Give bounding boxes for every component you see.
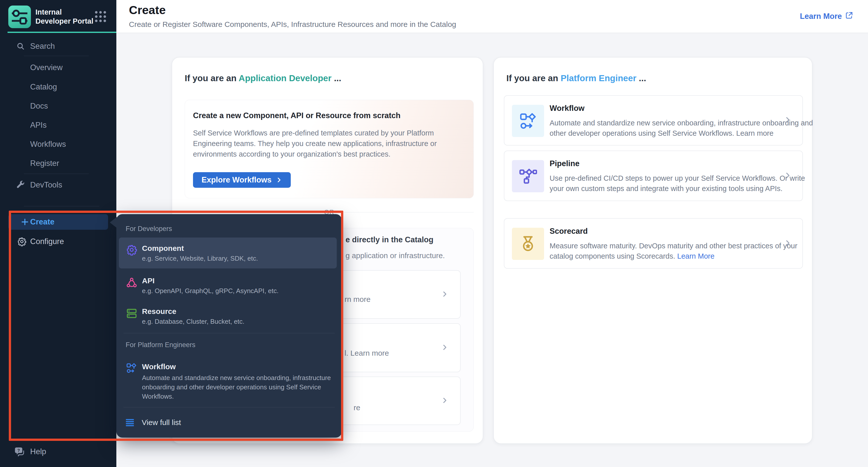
catalog-row-text-fragment: re [353,403,360,412]
scorecard-icon [512,228,544,260]
popup-item-component[interactable]: Component e.g. Service, Website, Library… [119,238,337,269]
help-chat-icon: ? [14,446,26,457]
app-switcher-icon[interactable] [95,11,106,22]
external-link-icon [845,11,854,22]
sidebar-item-apis[interactable]: APIs [0,118,116,132]
app-title: Internal Developer Portal [35,7,98,28]
popup-divider [123,333,335,333]
chevron-right-icon [440,396,449,406]
learn-more-link[interactable]: Learn More [677,252,714,260]
row-description: Measure software maturity. DevOps maturi… [550,241,813,261]
sidebar-item-label: Workflows [30,140,66,149]
sidebar-item-catalog[interactable]: Catalog [0,80,116,94]
popup-item-title: Workflow [142,363,176,371]
app-logo-icon [8,5,31,28]
wrench-icon [16,181,25,189]
row-title: Scorecard [550,227,588,236]
chevron-right-icon [440,290,449,299]
sidebar-item-help[interactable]: ? Help [0,444,116,459]
row-title: Workflow [550,104,585,113]
sidebar-item-devtools[interactable]: DevTools [0,178,116,192]
svg-text:?: ? [17,448,20,453]
catalog-row-text-fragment: l. Learn more [344,349,389,357]
chevron-right-icon [783,115,793,125]
component-gear-icon [126,244,137,257]
popup-workflow-description: Automate and standardize new service onb… [142,373,344,401]
sidebar-item-label: Search [30,42,55,51]
search-icon [16,42,25,51]
explore-workflows-label: Explore Workflows [202,176,272,185]
sidebar-item-label: Help [30,447,46,456]
view-full-list-item[interactable]: View full list [126,414,332,431]
sidebar-item-label: DevTools [30,181,62,189]
row-description-text: Measure software maturity. DevOps maturi… [550,242,797,260]
app-logo-row[interactable]: Internal Developer Portal [8,5,98,28]
page-title: Create [129,3,165,17]
resource-icon [126,308,137,320]
sidebar-item-label: Create [30,217,55,226]
create-popup-menu: For Developers Component e.g. Service, W… [116,214,342,438]
view-full-list-label: View full list [142,418,181,427]
title-role: Platform Engineer [561,73,636,83]
page-header: Create Create or Register Software Compo… [116,0,868,33]
title-prefix: If you are an [185,73,237,83]
sidebar-item-label: Docs [30,101,48,111]
sidebar: Internal Developer Portal Search Overvie… [0,0,116,467]
row-description: Use pre-defined CI/CD steps to power up … [550,173,813,194]
sidebar-item-register[interactable]: Register [0,156,116,171]
popup-item-title: API [142,277,155,285]
workflow-icon [126,363,137,374]
page-subtitle: Create or Register Software Components, … [129,20,456,29]
popup-item-description: e.g. Database, Cluster, Bucket, etc. [142,318,245,325]
sidebar-item-search[interactable]: Search [0,39,116,54]
sidebar-item-label: Catalog [30,83,57,92]
scratch-description: Self Service Workflows are pre-defined t… [193,128,467,159]
title-ellipsis: ... [334,73,341,83]
internal-developer-portal-app: Internal Developer Portal Search Overvie… [0,0,868,467]
chevron-right-icon [783,239,793,249]
sidebar-item-label: Configure [30,237,64,246]
pe-card-title: If you are an Platform Engineer ... [506,73,646,83]
learn-more-label: Learn More [800,12,842,21]
row-description-text: Use pre-defined CI/CD steps to power up … [550,174,805,192]
plus-icon [20,217,30,227]
sidebar-item-create-selected[interactable]: Create [8,214,108,230]
sidebar-item-workflows[interactable]: Workflows [0,137,116,152]
popup-item-title: Resource [142,307,177,316]
sidebar-item-label: Register [30,159,59,168]
popup-item-api[interactable]: API e.g. OpenAPI, GraphQL, gRPC, AsyncAP… [119,275,337,299]
for-platform-engineers-section-label: For Platform Engineers [126,341,195,349]
learn-more-link[interactable]: Learn More [800,11,854,22]
sidebar-item-overview[interactable]: Overview [0,60,116,75]
workflow-row[interactable]: Workflow Automate and standardize new se… [504,95,803,146]
title-role: Application Developer [239,73,332,83]
chevron-right-icon [440,343,449,353]
platform-engineer-card: If you are an Platform Engineer ... Work… [493,57,812,444]
sidebar-divider [24,174,89,174]
dev-card-title: If you are an Application Developer ... [185,73,341,83]
api-icon [126,277,137,289]
catalog-description-fragment: g application or infrastructure. [345,251,445,260]
row-description: Automate and standardize new service onb… [550,118,813,138]
pipeline-row[interactable]: Pipeline Use pre-defined CI/CD steps to … [504,151,803,201]
chevron-right-icon [276,177,282,183]
popup-divider [123,407,335,407]
sidebar-item-configure[interactable]: Configure [0,234,116,249]
catalog-row-text-fragment: rn more [344,295,370,304]
popup-item-resource[interactable]: Resource e.g. Database, Cluster, Bucket,… [119,305,337,330]
pipeline-icon [512,160,544,192]
sidebar-item-label: APIs [30,121,46,130]
sidebar-accent-divider [7,32,116,33]
sidebar-item-label: Overview [30,63,63,72]
popup-item-title: Component [142,244,184,253]
workflow-icon [512,105,544,137]
row-description-text: Automate and standardize new service onb… [550,119,813,137]
scorecard-row[interactable]: Scorecard Measure software maturity. Dev… [504,218,803,269]
explore-workflows-button[interactable]: Explore Workflows [193,172,291,188]
gear-icon [17,237,27,246]
sidebar-item-docs[interactable]: Docs [0,99,116,113]
chevron-right-icon [783,171,793,181]
row-title: Pipeline [550,159,580,168]
for-developers-section-label: For Developers [126,225,172,233]
title-ellipsis: ... [639,73,646,83]
